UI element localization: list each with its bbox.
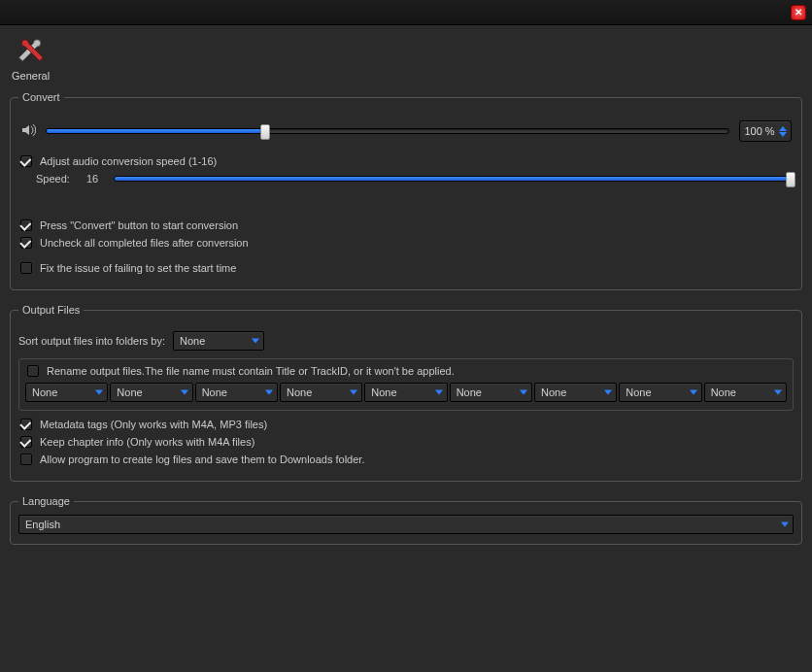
- header-toolbar: General: [0, 25, 812, 91]
- chevron-down-icon: [350, 390, 357, 395]
- logfiles-checkbox[interactable]: [20, 454, 32, 465]
- press-convert-checkbox[interactable]: [20, 219, 32, 231]
- rename-select-7[interactable]: None: [619, 383, 701, 402]
- rename-select-value: None: [117, 386, 142, 398]
- chevron-down-icon: [95, 390, 103, 395]
- chevron-down-icon: [774, 390, 782, 395]
- chapter-label: Keep chapter info (Only works with M4A f…: [40, 436, 254, 448]
- chevron-down-icon: [252, 339, 259, 344]
- fix-start-time-row: Fix the issue of failing to set the star…: [20, 262, 792, 274]
- content-area: Convert 100 % Adjust audio conversion sp…: [0, 91, 812, 568]
- chevron-down-icon: [181, 390, 188, 395]
- sort-select-value: None: [180, 335, 205, 347]
- rename-select-6[interactable]: None: [534, 383, 617, 402]
- rename-select-value: None: [202, 386, 227, 398]
- press-convert-row: Press "Convert" button to start conversi…: [20, 219, 792, 231]
- chevron-down-icon: [435, 390, 443, 395]
- close-button[interactable]: ✕: [791, 5, 806, 20]
- rename-selects-row: NoneNoneNoneNoneNoneNoneNoneNoneNone: [25, 383, 787, 402]
- language-select[interactable]: English: [18, 515, 794, 534]
- convert-legend: Convert: [18, 91, 64, 103]
- general-tab-label: General: [12, 70, 50, 82]
- uncheck-completed-row: Uncheck all completed files after conver…: [20, 237, 792, 249]
- spin-up-icon[interactable]: [779, 126, 787, 131]
- output-files-group: Output Files Sort output files into fold…: [10, 304, 802, 482]
- volume-slider[interactable]: [46, 128, 729, 134]
- chevron-down-icon: [781, 522, 789, 527]
- adjust-speed-label: Adjust audio conversion speed (1-16): [40, 155, 217, 167]
- metadata-row: Metadata tags (Only works with M4A, MP3 …: [20, 419, 792, 430]
- speed-label: Speed:: [36, 173, 77, 185]
- logfiles-label: Allow program to create log files and sa…: [40, 454, 364, 465]
- metadata-checkbox[interactable]: [20, 419, 32, 430]
- adjust-speed-checkbox[interactable]: [20, 155, 32, 167]
- rename-select-value: None: [32, 386, 57, 398]
- language-select-value: English: [25, 519, 60, 530]
- volume-value-spinner[interactable]: 100 %: [739, 120, 792, 142]
- volume-value: 100 %: [744, 125, 774, 137]
- title-bar: ✕: [0, 0, 812, 25]
- press-convert-label: Press "Convert" button to start conversi…: [40, 219, 238, 231]
- rename-select-value: None: [711, 386, 736, 398]
- chevron-down-icon: [604, 390, 612, 395]
- rename-select-value: None: [371, 386, 396, 398]
- rename-select-3[interactable]: None: [280, 383, 362, 402]
- uncheck-completed-label: Uncheck all completed files after conver…: [40, 237, 249, 249]
- chevron-down-icon: [690, 390, 697, 395]
- chevron-down-icon: [265, 390, 273, 395]
- rename-select-0[interactable]: None: [25, 383, 108, 402]
- language-legend: Language: [18, 495, 74, 507]
- volume-row: 100 %: [20, 120, 792, 142]
- chapter-checkbox[interactable]: [20, 436, 32, 448]
- fix-start-time-label: Fix the issue of failing to set the star…: [40, 262, 236, 274]
- rename-label: Rename output files.The file name must c…: [47, 365, 455, 377]
- chevron-down-icon: [520, 390, 527, 395]
- rename-select-5[interactable]: None: [450, 383, 532, 402]
- speed-row: Speed: 16: [36, 173, 792, 185]
- rename-select-4[interactable]: None: [364, 383, 447, 402]
- speed-value: 16: [86, 173, 104, 185]
- output-files-legend: Output Files: [18, 304, 84, 316]
- sort-select[interactable]: None: [173, 331, 264, 351]
- volume-icon: [20, 122, 36, 140]
- speed-slider[interactable]: [114, 176, 792, 182]
- metadata-label: Metadata tags (Only works with M4A, MP3 …: [40, 419, 267, 430]
- fix-start-time-checkbox[interactable]: [20, 262, 32, 274]
- logfiles-row: Allow program to create log files and sa…: [20, 454, 792, 465]
- rename-select-2[interactable]: None: [195, 383, 278, 402]
- sort-label: Sort output files into folders by:: [18, 335, 165, 347]
- rename-select-value: None: [541, 386, 566, 398]
- rename-select-1[interactable]: None: [110, 383, 192, 402]
- chapter-row: Keep chapter info (Only works with M4A f…: [20, 436, 792, 448]
- rename-checkbox[interactable]: [27, 365, 39, 377]
- rename-row: Rename output files.The file name must c…: [27, 365, 787, 377]
- rename-select-value: None: [457, 386, 482, 398]
- rename-select-value: None: [626, 386, 651, 398]
- convert-group: Convert 100 % Adjust audio conversion sp…: [10, 91, 802, 290]
- rename-select-8[interactable]: None: [704, 383, 787, 402]
- language-group: Language English: [10, 495, 802, 545]
- tools-icon: [17, 39, 45, 66]
- volume-spin-buttons[interactable]: [779, 126, 787, 137]
- general-tab[interactable]: General: [12, 39, 50, 82]
- spin-down-icon[interactable]: [779, 132, 787, 137]
- rename-subgroup: Rename output files.The file name must c…: [18, 358, 794, 411]
- adjust-speed-row: Adjust audio conversion speed (1-16): [20, 155, 792, 167]
- rename-select-value: None: [287, 386, 312, 398]
- uncheck-completed-checkbox[interactable]: [20, 237, 32, 249]
- sort-row: Sort output files into folders by: None: [18, 331, 794, 351]
